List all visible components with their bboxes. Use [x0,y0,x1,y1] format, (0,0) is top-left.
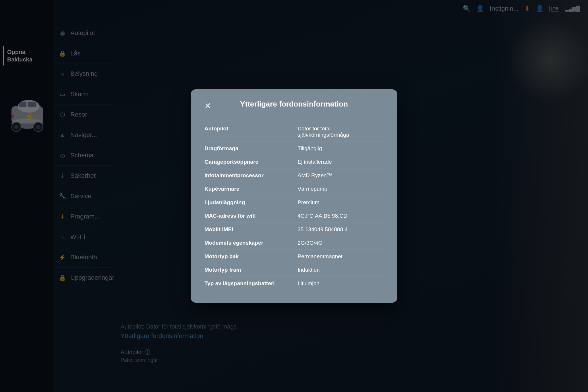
row-key-modem: Modemets egenskaper [204,240,291,246]
row-key-motortyp-bak: Motortyp bak [204,253,291,260]
table-row: Ljudanläggning Premium [204,196,384,209]
table-row: Motortyp fram Induktion [204,263,384,277]
row-value-garageports: Ej installerade [297,159,384,165]
modal-title: Ytterligare fordonsinformation [240,100,348,109]
row-key-ljudanlaggning: Ljudanläggning [204,199,291,206]
modal-header: ✕ Ytterligare fordonsinformation [204,100,384,114]
table-row: Mobilt IMEI 35 134049 584888 4 [204,223,384,236]
vehicle-info-modal: ✕ Ytterligare fordonsinformation Autopil… [191,89,397,303]
table-row: Infotainmentprocessor AMD Ryzen™ [204,169,384,182]
row-value-modem: 2G/3G/4G [297,240,384,246]
table-row: Typ av lågspänningsbatteri Litiumjon [204,277,384,290]
row-value-mac: 4C:FC:AA:B5:98:CD [297,213,384,219]
row-key-batteri: Typ av lågspänningsbatteri [204,280,291,287]
row-value-autopilot: Dator för total självkörningsförmåga [297,125,384,138]
row-value-motortyp-fram: Induktion [297,267,384,273]
modal-rows: Autopilot Dator för total självkörningsf… [204,122,384,290]
row-key-kupevärmare: Kupévärmare [204,186,291,192]
row-key-imei: Mobilt IMEI [204,226,291,233]
row-key-autopilot: Autopilot [204,125,291,132]
row-key-garageports: Garageportsöppnare [204,159,291,165]
row-key-infotainment: Infotainmentprocessor [204,172,291,179]
modal-close-button[interactable]: ✕ [204,102,211,110]
table-row: Modemets egenskaper 2G/3G/4G [204,236,384,250]
table-row: Dragförmåga Tillgänglig [204,142,384,155]
row-value-kupevärmare: Värmepump [297,186,384,192]
row-value-imei: 35 134049 584888 4 [297,226,384,233]
row-value-batteri: Litiumjon [297,280,384,287]
row-key-dragformaga: Dragförmåga [204,145,291,152]
table-row: Garageportsöppnare Ej installerade [204,155,384,169]
row-key-mac: MAC-adress för wifi [204,213,291,219]
table-row: Autopilot Dator för total självkörningsf… [204,122,384,142]
row-value-motortyp-bak: Permanentmagnet [297,253,384,260]
table-row: Motortyp bak Permanentmagnet [204,250,384,263]
table-row: MAC-adress för wifi 4C:FC:AA:B5:98:CD [204,209,384,223]
row-value-dragformaga: Tillgänglig [297,145,384,152]
table-row: Kupévärmare Värmepump [204,182,384,196]
modal-overlay: ✕ Ytterligare fordonsinformation Autopil… [0,0,588,392]
row-value-infotainment: AMD Ryzen™ [297,172,384,179]
row-value-ljudanlaggning: Premium [297,199,384,206]
row-key-motortyp-fram: Motortyp fram [204,267,291,273]
